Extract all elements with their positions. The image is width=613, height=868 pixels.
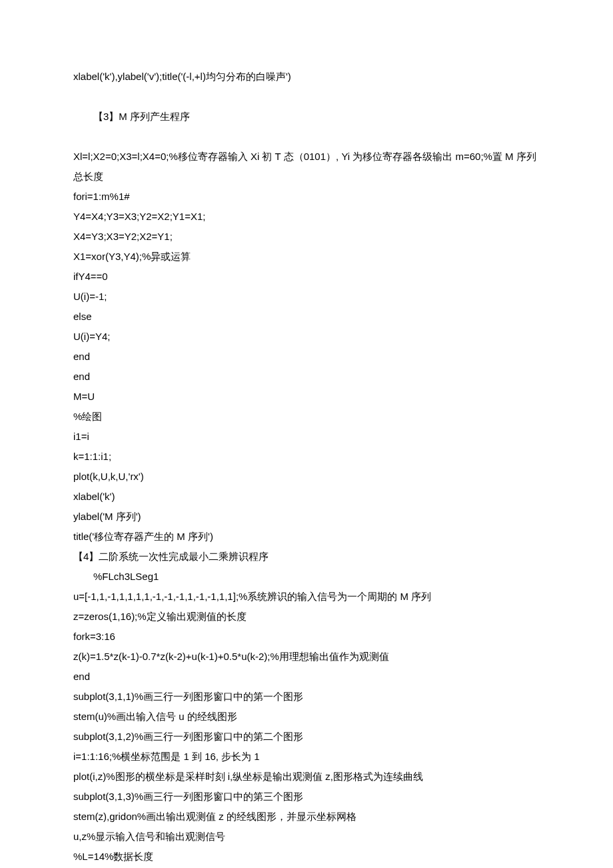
- code-line: k=1:1:i1;: [73, 447, 540, 467]
- code-line: plot(k,U,k,U,'rx'): [73, 467, 540, 487]
- code-line: stem(z),gridon%画出输出观测值 z 的经线图形，并显示坐标网格: [73, 807, 540, 827]
- blank-line: [73, 127, 540, 147]
- code-line: end: [73, 367, 540, 387]
- section-heading: 【3】M 序列产生程序: [73, 107, 540, 127]
- code-line: xlabel('k'),ylabel('v');title('(-l,+l)均匀…: [73, 67, 540, 87]
- code-line: %FLch3LSeg1: [73, 567, 540, 587]
- code-line: plot(i,z)%图形的横坐标是采样时刻 i,纵坐标是输出观测值 z,图形格式…: [73, 767, 540, 787]
- section-heading: 【4】二阶系统一次性完成最小二乘辨识程序: [73, 547, 540, 567]
- code-line: ylabel('M 序列'): [73, 507, 540, 527]
- code-line: %L=14%数据长度: [73, 847, 540, 867]
- code-line: M=U: [73, 387, 540, 407]
- code-line: X1=xor(Y3,Y4);%异或运算: [73, 247, 540, 267]
- code-line: end: [73, 667, 540, 687]
- blank-line: [73, 87, 540, 107]
- code-line: i=1:1:16;%横坐标范围是 1 到 16, 步长为 1: [73, 747, 540, 767]
- code-line: fork=3:16: [73, 627, 540, 647]
- code-line: fori=1:m%1#: [73, 187, 540, 207]
- code-line: u=[-1,1,-1,1,1,1,1,-1,-1,-1,1,-1,-1,1,1]…: [73, 587, 540, 607]
- code-line: subplot(3,1,1)%画三行一列图形窗口中的第一个图形: [73, 687, 540, 707]
- code-line: end: [73, 347, 540, 367]
- code-line: Xl=l;X2=0;X3=l;X4=0;%移位寄存器输入 Xi 初 T 态（01…: [73, 147, 540, 187]
- code-line: ifY4==0: [73, 267, 540, 287]
- code-line: xlabel('k'): [73, 487, 540, 507]
- code-line: U(i)=-1;: [73, 287, 540, 307]
- code-line: u,z%显示输入信号和输出观测信号: [73, 827, 540, 847]
- code-line: z(k)=1.5*z(k-1)-0.7*z(k-2)+u(k-1)+0.5*u(…: [73, 647, 540, 667]
- code-line: X4=Y3;X3=Y2;X2=Y1;: [73, 227, 540, 247]
- code-line: Y4=X4;Y3=X3;Y2=X2;Y1=X1;: [73, 207, 540, 227]
- code-line: z=zeros(1,16);%定义输出观测值的长度: [73, 607, 540, 627]
- code-line: stem(u)%画出输入信号 u 的经线图形: [73, 707, 540, 727]
- code-line: %绘图: [73, 407, 540, 427]
- code-line: subplot(3,1,2)%画三行一列图形窗口中的第二个图形: [73, 727, 540, 747]
- code-line: subplot(3,1,3)%画三行一列图形窗口中的第三个图形: [73, 787, 540, 807]
- code-line: U(i)=Y4;: [73, 327, 540, 347]
- document-page: xlabel('k'),ylabel('v');title('(-l,+l)均匀…: [0, 0, 613, 868]
- code-line: title('移位寄存器产生的 M 序列'): [73, 527, 540, 547]
- code-line: i1=i: [73, 427, 540, 447]
- code-line: else: [73, 307, 540, 327]
